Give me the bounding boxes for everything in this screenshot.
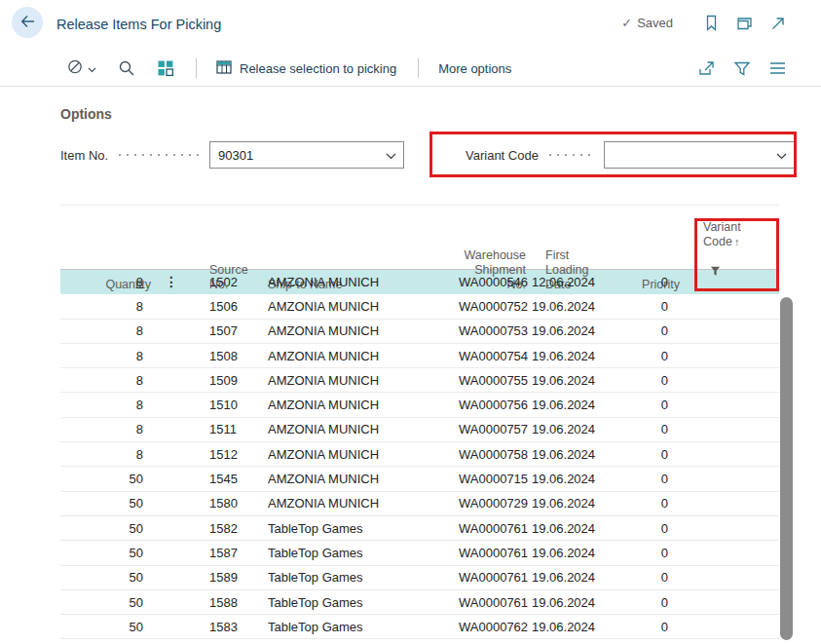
source-no-cell[interactable]: 1506 bbox=[200, 299, 260, 314]
table-row[interactable]: 8 ⋮ 1508 AMZONIA MUNICH WA0000754 19.06.… bbox=[60, 344, 779, 368]
ship-to-name-cell[interactable]: TableTop Games bbox=[260, 546, 459, 560]
row-more-icon[interactable]: ⋮ bbox=[165, 274, 178, 289]
first-loading-date-cell[interactable]: 19.06.2024 bbox=[529, 472, 605, 486]
source-no-cell[interactable]: 1545 bbox=[200, 472, 260, 486]
warehouse-shipment-no-cell[interactable]: WA0000761 bbox=[459, 595, 529, 610]
table-row[interactable]: 50 ⋮ 1587 TableTop Games WA0000761 19.06… bbox=[60, 541, 779, 565]
source-no-cell[interactable]: 1588 bbox=[200, 595, 260, 610]
priority-cell[interactable]: 0 bbox=[605, 595, 682, 610]
source-no-cell[interactable]: 1580 bbox=[200, 496, 260, 511]
ship-to-name-cell[interactable]: TableTop Games bbox=[260, 595, 459, 610]
ship-to-name-cell[interactable]: AMZONIA MUNICH bbox=[260, 373, 459, 388]
filter-icon[interactable] bbox=[734, 61, 750, 76]
priority-cell[interactable]: 0 bbox=[605, 546, 682, 560]
ship-to-name-cell[interactable]: TableTop Games bbox=[260, 521, 459, 536]
first-loading-date-cell[interactable]: 19.06.2024 bbox=[529, 496, 605, 511]
ship-to-name-cell[interactable]: AMZONIA MUNICH bbox=[260, 496, 459, 511]
warehouse-shipment-no-cell[interactable]: WA0000757 bbox=[459, 422, 529, 436]
first-loading-date-cell[interactable]: 19.06.2024 bbox=[529, 323, 605, 338]
ship-to-name-cell[interactable]: AMZONIA MUNICH bbox=[260, 422, 459, 436]
source-no-cell[interactable]: 1587 bbox=[200, 546, 260, 560]
quantity-value[interactable]: 8 bbox=[136, 422, 143, 436]
source-no-cell[interactable]: 1510 bbox=[200, 398, 260, 412]
first-loading-date-cell[interactable]: 19.06.2024 bbox=[529, 398, 605, 412]
column-header-variant-code[interactable]: Variant Code↑ bbox=[682, 206, 779, 299]
warehouse-shipment-no-cell[interactable]: WA0000729 bbox=[459, 496, 529, 511]
warehouse-shipment-no-cell[interactable]: WA0000546 bbox=[459, 275, 529, 289]
ship-to-name-cell[interactable]: AMZONIA MUNICH bbox=[260, 299, 459, 314]
first-loading-date-cell[interactable]: 19.06.2024 bbox=[529, 349, 605, 363]
source-no-cell[interactable]: 1512 bbox=[200, 447, 260, 462]
quantity-value[interactable]: 50 bbox=[130, 546, 143, 560]
back-button[interactable] bbox=[12, 7, 43, 38]
ship-to-name-cell[interactable]: TableTop Games bbox=[260, 620, 459, 634]
scrollbar-thumb[interactable] bbox=[780, 297, 793, 640]
first-loading-date-cell[interactable]: 19.06.2024 bbox=[529, 299, 605, 314]
source-no-cell[interactable]: 1502 bbox=[200, 275, 260, 289]
analyze-icon[interactable] bbox=[157, 59, 174, 77]
warehouse-shipment-no-cell[interactable]: WA0000761 bbox=[459, 570, 529, 585]
item-no-combobox[interactable]: 90301 bbox=[209, 141, 404, 169]
warehouse-shipment-no-cell[interactable]: WA0000753 bbox=[459, 323, 529, 338]
quantity-value[interactable]: 8 bbox=[136, 447, 143, 462]
source-no-cell[interactable]: 1583 bbox=[200, 620, 260, 634]
chevron-down-icon[interactable] bbox=[386, 148, 396, 163]
warehouse-shipment-no-cell[interactable]: WA0000755 bbox=[459, 373, 529, 388]
priority-cell[interactable]: 0 bbox=[605, 447, 682, 462]
priority-cell[interactable]: 0 bbox=[605, 472, 682, 486]
quantity-value[interactable]: 50 bbox=[130, 595, 143, 610]
priority-cell[interactable]: 0 bbox=[605, 398, 682, 412]
quantity-value[interactable]: 50 bbox=[130, 496, 143, 511]
quantity-value[interactable]: 50 bbox=[130, 521, 143, 536]
first-loading-date-cell[interactable]: 19.06.2024 bbox=[529, 422, 605, 436]
priority-cell[interactable]: 0 bbox=[605, 620, 682, 634]
priority-cell[interactable]: 0 bbox=[605, 275, 682, 289]
warehouse-shipment-no-cell[interactable]: WA0000752 bbox=[459, 299, 529, 314]
priority-cell[interactable]: 0 bbox=[605, 323, 682, 338]
table-row[interactable]: 50 ⋮ 1583 TableTop Games WA0000762 19.06… bbox=[60, 615, 779, 639]
quantity-value[interactable]: 8 bbox=[136, 299, 143, 314]
open-in-window-icon[interactable] bbox=[736, 16, 753, 31]
warehouse-shipment-no-cell[interactable]: WA0000762 bbox=[459, 620, 529, 634]
source-no-cell[interactable]: 1509 bbox=[200, 373, 260, 388]
priority-cell[interactable]: 0 bbox=[605, 570, 682, 585]
ship-to-name-cell[interactable]: AMZONIA MUNICH bbox=[260, 398, 459, 412]
ship-to-name-cell[interactable]: AMZONIA MUNICH bbox=[260, 323, 459, 338]
table-row[interactable]: 8 ⋮ 1511 AMZONIA MUNICH WA0000757 19.06.… bbox=[60, 418, 779, 442]
source-no-cell[interactable]: 1507 bbox=[200, 323, 260, 338]
priority-cell[interactable]: 0 bbox=[605, 373, 682, 388]
quantity-value[interactable]: 8 bbox=[136, 275, 143, 289]
table-row[interactable]: 8 ⋮ 1506 AMZONIA MUNICH WA0000752 19.06.… bbox=[60, 294, 779, 319]
source-no-cell[interactable]: 1508 bbox=[200, 349, 260, 363]
first-loading-date-cell[interactable]: 19.06.2024 bbox=[529, 620, 605, 634]
warehouse-shipment-no-cell[interactable]: WA0000758 bbox=[459, 447, 529, 462]
priority-cell[interactable]: 0 bbox=[605, 299, 682, 314]
bookmark-icon[interactable] bbox=[704, 15, 719, 31]
source-no-cell[interactable]: 1589 bbox=[200, 570, 260, 585]
table-row[interactable]: 8 ⋮ 1509 AMZONIA MUNICH WA0000755 19.06.… bbox=[60, 368, 779, 393]
table-row[interactable]: 50 ⋮ 1588 TableTop Games WA0000761 19.06… bbox=[60, 590, 779, 615]
warehouse-shipment-no-cell[interactable]: WA0000754 bbox=[459, 349, 529, 363]
release-selection-button[interactable]: Release selection to picking bbox=[210, 56, 402, 82]
share-icon[interactable] bbox=[698, 60, 715, 76]
quantity-value[interactable]: 50 bbox=[130, 472, 143, 486]
variant-code-combobox[interactable] bbox=[604, 141, 795, 169]
table-row[interactable]: 50 ⋮ 1589 TableTop Games WA0000761 19.06… bbox=[60, 566, 779, 590]
quantity-value[interactable]: 50 bbox=[130, 570, 143, 585]
quantity-value[interactable]: 8 bbox=[136, 373, 143, 388]
table-row[interactable]: 50 ⋮ 1582 TableTop Games WA0000761 19.06… bbox=[60, 516, 779, 541]
ship-to-name-cell[interactable]: TableTop Games bbox=[260, 570, 459, 585]
first-loading-date-cell[interactable]: 19.06.2024 bbox=[529, 373, 605, 388]
search-icon[interactable] bbox=[118, 59, 135, 77]
table-row[interactable]: 50 ⋮ 1580 AMZONIA MUNICH WA0000729 19.06… bbox=[60, 492, 779, 516]
list-icon[interactable] bbox=[769, 61, 786, 75]
expand-icon[interactable] bbox=[770, 16, 786, 31]
quantity-value[interactable]: 8 bbox=[136, 323, 143, 338]
priority-cell[interactable]: 0 bbox=[605, 422, 682, 436]
table-row[interactable]: 8 ⋮ 1510 AMZONIA MUNICH WA0000756 19.06.… bbox=[60, 393, 779, 417]
source-no-cell[interactable]: 1511 bbox=[200, 422, 260, 436]
first-loading-date-cell[interactable]: 19.06.2024 bbox=[529, 447, 605, 462]
quantity-value[interactable]: 50 bbox=[130, 620, 143, 634]
warehouse-shipment-no-cell[interactable]: WA0000715 bbox=[459, 472, 529, 486]
first-loading-date-cell[interactable]: 19.06.2024 bbox=[529, 570, 605, 585]
